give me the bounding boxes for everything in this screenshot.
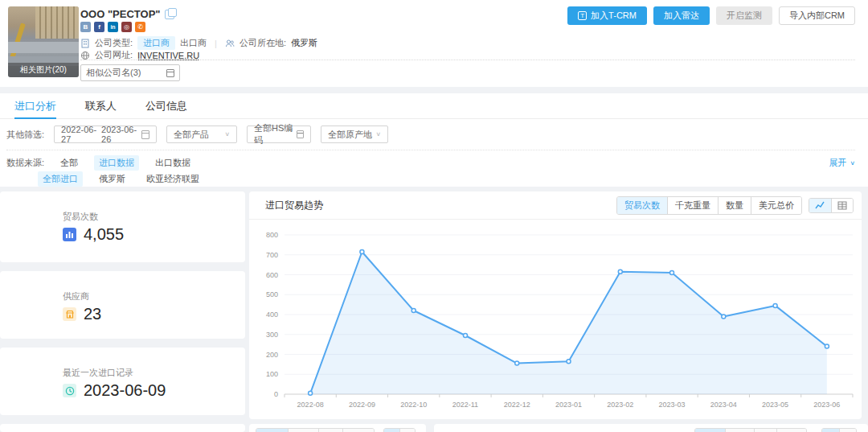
svg-text:2023-06: 2023-06	[813, 401, 840, 409]
stat-card-last-import: 最近一次进口记录 2023-06-09	[0, 348, 245, 415]
importer-tag[interactable]: 进口商	[137, 36, 175, 50]
svg-text:300: 300	[266, 331, 278, 339]
svg-text:2022-10: 2022-10	[400, 401, 427, 409]
stat-card-suppliers: 供应商 23	[0, 271, 245, 339]
location-value: 俄罗斯	[291, 37, 317, 49]
building-icon	[80, 39, 90, 48]
view-toggle-group	[809, 198, 854, 213]
svg-text:100: 100	[266, 370, 278, 378]
data-source-row: 数据来源: 全部 进口数据 出口数据	[6, 155, 195, 171]
similar-companies-select[interactable]: 相似公司名(3)	[80, 64, 180, 81]
svg-text:800: 800	[266, 231, 278, 239]
stat-label: 最近一次进口记录	[63, 367, 133, 379]
add-tcrm-button[interactable]: T 加入T-CRM	[567, 6, 647, 25]
bottom-left-panel	[249, 424, 426, 432]
source-all[interactable]: 全部	[55, 155, 83, 171]
tab-import-analysis[interactable]: 进口分析	[14, 93, 56, 119]
stat-label: 供应商	[63, 290, 89, 302]
tab-contacts[interactable]: 联系人	[85, 93, 117, 119]
date-range-picker[interactable]: 2022-06-27 2023-06-26	[54, 125, 157, 143]
sub-russia[interactable]: 俄罗斯	[94, 171, 130, 187]
metric-trades[interactable]: 贸易次数	[617, 197, 667, 214]
chevron-down-icon: ∨	[375, 131, 381, 138]
photo-decor	[8, 42, 79, 53]
stat-value: 23	[84, 305, 101, 323]
section-divider	[0, 87, 868, 93]
expand-link[interactable]: 展开 ∨	[829, 157, 855, 169]
svg-text:0: 0	[274, 390, 278, 398]
partial-toggle-group[interactable]	[256, 428, 375, 432]
bottom-right-panel	[434, 424, 868, 432]
shop-icon	[63, 307, 76, 321]
chart-title: 进口贸易趋势	[265, 199, 323, 212]
instagram-icon[interactable]: ◎	[121, 22, 132, 32]
import-trend-panel: 进口贸易趋势 贸易次数 千克重量 数量 美元总价 010020030040050…	[249, 191, 862, 419]
svg-text:200: 200	[266, 351, 278, 359]
metric-quantity[interactable]: 数量	[718, 197, 751, 214]
import-trend-chart[interactable]: 01002003004005006007008002022-082022-092…	[254, 227, 858, 416]
filter-divider	[6, 150, 855, 150]
svg-text:2022-12: 2022-12	[504, 401, 530, 409]
panel-icon	[297, 130, 304, 138]
svg-text:2023-01: 2023-01	[555, 401, 582, 409]
source-import-data[interactable]: 进口数据	[94, 155, 139, 171]
filter-row: 其他筛选: 2022-06-27 2023-06-26 全部产品 ∨ 全部HS编…	[6, 125, 388, 143]
tab-company-info[interactable]: 公司信息	[145, 93, 187, 119]
copy-icon[interactable]	[165, 10, 174, 19]
company-meta-row: 公司类型: 进口商 出口商 | 公司所在地: 俄罗斯	[80, 36, 317, 50]
sub-eaeu[interactable]: 欧亚经济联盟	[141, 171, 204, 187]
facebook-icon[interactable]: f	[94, 22, 104, 32]
filter-section: 其他筛选: 2022-06-27 2023-06-26 全部产品 ∨ 全部HS编…	[0, 119, 868, 187]
header-divider	[80, 60, 855, 60]
svg-text:400: 400	[266, 311, 278, 319]
company-name: OOO "PECTOP"	[80, 8, 174, 20]
website-link[interactable]: INVENTIVE.RU	[137, 51, 199, 60]
partial-view-group[interactable]	[821, 428, 857, 432]
partial-view-group[interactable]	[383, 428, 416, 432]
import-crm-button[interactable]: 导入内部CRM	[779, 6, 855, 25]
svg-text:500: 500	[266, 290, 278, 298]
sub-all-import[interactable]: 全部进口	[38, 171, 83, 187]
linkedin-icon[interactable]: in	[108, 22, 118, 32]
location-label: 公司所在地:	[240, 37, 286, 49]
origin-select[interactable]: 全部原产地 ∨	[321, 125, 388, 143]
company-photo[interactable]: 相关图片(20)	[8, 6, 79, 77]
social-links: B f in ◎ ✆	[80, 22, 145, 32]
phone-icon[interactable]: ✆	[135, 22, 145, 32]
metric-weight[interactable]: 千克重量	[667, 197, 718, 214]
company-type-label: 公司类型:	[95, 37, 133, 49]
stat-card-partial	[0, 424, 245, 432]
partial-toggle-group[interactable]	[694, 428, 807, 432]
svg-text:2023-02: 2023-02	[607, 401, 633, 409]
svg-text:2022-08: 2022-08	[297, 401, 324, 409]
other-filters-label: 其他筛选:	[6, 129, 44, 141]
vk-icon[interactable]: B	[80, 22, 91, 32]
photo-decor	[35, 6, 79, 39]
svg-text:2023-05: 2023-05	[762, 401, 788, 409]
hs-code-select[interactable]: 全部HS编码	[247, 125, 311, 143]
stat-value: 4,055	[84, 225, 124, 244]
svg-text:2022-09: 2022-09	[349, 401, 375, 409]
bar-chart-icon	[63, 228, 76, 241]
svg-text:2022-11: 2022-11	[452, 401, 478, 409]
add-radar-button[interactable]: 加入雷达	[653, 6, 710, 25]
clock-icon	[63, 384, 76, 397]
calendar-icon	[141, 130, 149, 139]
table-icon[interactable]	[831, 199, 853, 212]
chevron-down-icon: ∨	[224, 131, 230, 138]
exporter-tag[interactable]: 出口商	[180, 37, 207, 49]
panel-icon	[166, 69, 174, 77]
chevron-down-icon: ∨	[850, 160, 855, 167]
svg-text:2023-03: 2023-03	[659, 401, 686, 409]
data-source-label: 数据来源:	[6, 157, 44, 169]
source-export-data[interactable]: 出口数据	[150, 155, 195, 171]
related-images-label[interactable]: 相关图片(20)	[8, 63, 79, 77]
start-monitor-button[interactable]: 开启监测	[716, 6, 772, 25]
stat-card-trades: 贸易次数 4,055	[0, 191, 245, 262]
sub-source-row: 全部进口 俄罗斯 欧亚经济联盟	[38, 171, 204, 187]
product-select[interactable]: 全部产品 ∨	[166, 125, 237, 143]
chart-toggles: 贸易次数 千克重量 数量 美元总价	[616, 196, 854, 215]
stat-label: 贸易次数	[63, 211, 98, 223]
metric-usd-total[interactable]: 美元总价	[751, 197, 801, 214]
line-chart-icon[interactable]	[809, 199, 831, 212]
